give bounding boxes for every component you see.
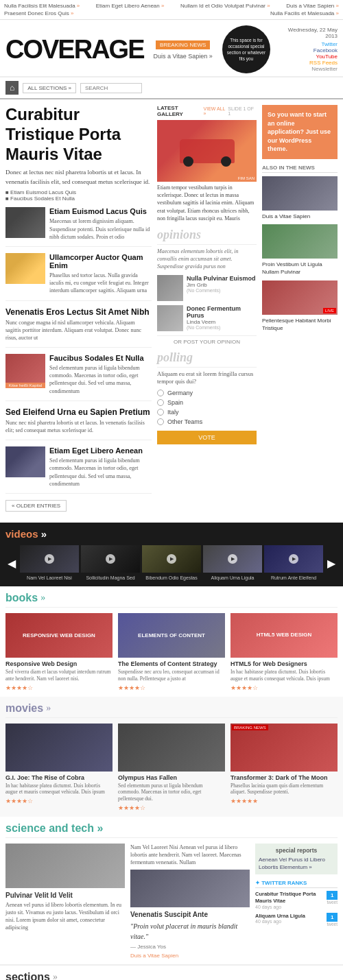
book-stars: ★★★★☆ (118, 684, 225, 691)
opinion-name[interactable]: Donec Fermentum Purus (187, 305, 257, 319)
header-right: Wednesday, 22 May 2013 Twitter Facebook … (274, 27, 338, 72)
poll-option[interactable]: Other Teams (157, 418, 257, 425)
article-content: Etiam Euismod Lacus Quis Maecenas ut lor… (49, 207, 152, 241)
intro-meta: ■ Etiam Euismod Lacus Quis ■ Faucibus So… (5, 189, 152, 202)
article-title[interactable]: Faucibus Sodales Et Nulla (49, 354, 152, 362)
breaking-link[interactable]: Duis a Vitae Sapien » (153, 53, 212, 60)
science-center-subtitle[interactable]: Venenatis Suscipit Ante (130, 911, 250, 918)
opinion-quote: Maecenas elementum lobortis elit, in con… (157, 248, 257, 271)
article-title[interactable]: Etiam Euismod Lacus Quis (49, 207, 152, 215)
article-title[interactable]: Ullamcorper Auctor Quam Enim (49, 253, 152, 270)
movie-desc: Phasellus lacinia quam quis diam element… (230, 782, 338, 796)
poll-option[interactable]: Italy (157, 409, 257, 416)
header-center: BREAKING NEWS Duis a Vitae Sapien » (153, 40, 212, 60)
youtube-link[interactable]: YouTube (274, 53, 338, 60)
gallery-slide: SLIDE 1 OF 1 (228, 106, 257, 116)
poll-option[interactable]: Spain (157, 399, 257, 406)
topnav-item-4[interactable]: Duis a Vitae Sapien » (286, 3, 339, 9)
science-article-text: Aenean vel purus id libero lobortis elem… (5, 901, 125, 932)
article-thumb (5, 446, 45, 477)
science-quote-attr: — Jessica Yos (130, 944, 250, 950)
movie-title[interactable]: Transformer 3: Dark of The Moon (230, 774, 338, 781)
article-item: Ullamcorper Auctor Quam Enim Phasellus s… (5, 253, 152, 301)
opinion-author: Jim Grib (187, 282, 256, 288)
duis-link[interactable]: Duis a Vitae Sapien (130, 953, 250, 959)
search-input[interactable] (80, 83, 142, 93)
main-intro: Donec at lectus nec nisl pharetra lobort… (5, 168, 152, 187)
gallery-label: LATEST GALLERY (157, 105, 204, 117)
topnav-item-3[interactable]: Nullam Id et Odio Volutpat Pulvinar » (180, 3, 270, 9)
poll-option[interactable]: Germany (157, 390, 257, 396)
article-text: Nunc congue magna id nisl ullamcorper ve… (5, 319, 152, 342)
science-section: science and tech » Pulvinar Velit Id Vel… (0, 817, 343, 965)
movie-title[interactable]: G.I. Joe: The Rise of Cobra (5, 774, 113, 781)
video-title: Nam Vel Laoreet Nisi (20, 575, 79, 581)
topnav-item-2[interactable]: Etiam Eget Libero Aenean » (96, 3, 165, 9)
videos-prev-button[interactable]: ◀ (5, 557, 18, 570)
video-thumb[interactable]: ▶ (20, 545, 79, 573)
science-center-article: Nam Vel Laoreet Nisi Aenean vel purus id… (130, 844, 250, 959)
topnav-item-1[interactable]: Nulla Facilisis Elit Malesuada » (4, 3, 80, 9)
rss-link[interactable]: RSS Feeds (274, 60, 338, 66)
sidebar-right: So you want to start an online applicati… (262, 105, 338, 517)
movies-arrow: » (46, 703, 51, 714)
gallery-view-all[interactable]: VIEW ALL » (204, 106, 228, 116)
twitter-link[interactable]: Twitter (274, 41, 338, 47)
video-thumb[interactable]: ▶ (264, 545, 323, 573)
header-date: Wednesday, 22 May 2013 (274, 27, 338, 39)
video-item: ▶ Sollicitudin Magna Sed (81, 545, 140, 581)
video-thumb[interactable]: ▶ (81, 545, 140, 573)
gallery-description: Etiam tempor vestibulum turpis in sceler… (157, 184, 257, 222)
opinion-item: Donec Fermentum Purus Linda Veem (No Com… (157, 305, 257, 331)
opinion-author: Linda Veem (187, 319, 257, 325)
orange-promo-box[interactable]: So you want to start an online applicati… (262, 105, 338, 159)
article-item: Venenatis Eros Lectus Sit Amet Nibh Nunc… (5, 307, 152, 348)
book-desc: Sed viverra diam et lacus volutpat inter… (5, 669, 113, 682)
facebook-link[interactable]: Facebook (274, 47, 338, 53)
video-thumb[interactable]: ▶ (142, 545, 201, 573)
opinions-title: opinions (157, 228, 257, 245)
post-opinion-link[interactable]: OR POST YOUR OPINION (157, 335, 257, 345)
newsletter-link[interactable]: Newsletter (274, 66, 338, 72)
book-desc: In hac habitasse platea dictumst. Duis l… (230, 669, 338, 682)
special-reports-link[interactable]: Aenean Vel Purus id Libero Lobortis Elem… (259, 856, 334, 871)
sidebar-news-text[interactable]: Duis a Vitae Sapien (262, 213, 338, 220)
science-article-title[interactable]: Pulvinar Velit Id Velit (5, 892, 125, 899)
book-title[interactable]: HTML5 for Web Designers (230, 660, 338, 667)
topnav-item-6[interactable]: Nulla Facilis et Malesuada » (270, 10, 339, 16)
article-content: Ullamcorper Auctor Quam Enim Phasellus s… (49, 253, 152, 295)
books-section: books » RESPONSIVE WEB DESIGN Responsive… (0, 586, 343, 697)
movie-title[interactable]: Olympus Has Fallen (118, 774, 225, 781)
article-title[interactable]: Etiam Eget Libero Aenean (49, 446, 152, 455)
opinion-name[interactable]: Nulla Pulvinar Euismod (187, 275, 256, 282)
sidebar-news-item: Proin Vestibum Ut Ligula Nullam Pulvinar (262, 224, 338, 276)
sidebar-news-text[interactable]: Proin Vestibum Ut Ligula Nullam Pulvinar (262, 261, 338, 276)
book-title[interactable]: Responsive Web Design (5, 660, 113, 667)
opinion-item: Nulla Pulvinar Euismod Jim Grib (No Comm… (157, 275, 257, 301)
content-left: Curabitur Tristique Porta Mauris Vitae D… (5, 105, 152, 517)
movie-item: G.I. Joe: The Rise of Cobra In hac habit… (5, 724, 113, 811)
video-thumb[interactable]: ▶ (203, 545, 262, 573)
videos-next-button[interactable]: ▶ (325, 557, 338, 570)
all-sections-button[interactable]: ALL SECTIONS » (23, 83, 76, 93)
older-entries-button[interactable]: « OLDER ENTRIES (5, 500, 67, 512)
video-title: Bibendum Odio Egestas (142, 575, 201, 581)
opinion-meta: (No Comments) (187, 325, 257, 330)
breaking-news-badge: BREAKING NEWS (156, 40, 211, 49)
vote-button[interactable]: VOTE (157, 431, 257, 444)
article-item: Etiam Eget Libero Aenean Sed elementum p… (5, 446, 152, 494)
sidebar-news-text[interactable]: Pellentesque Habitant Morbi Tristique (262, 317, 338, 332)
content-center: LATEST GALLERY VIEW ALL » SLIDE 1 OF 1 F… (157, 105, 257, 517)
topnav-item-5[interactable]: Praesent Donec Eros Quis » (4, 10, 73, 16)
article-title[interactable]: Venenatis Eros Lectus Sit Amet Nibh (5, 307, 152, 317)
article-content: Faucibus Sodales Et Nulla Sed elementum … (49, 354, 152, 395)
book-title[interactable]: The Elements of Content Strategy (118, 660, 225, 667)
twitter-ranks: ✦ TWITTER RANKS Curabitur Tristique Port… (255, 880, 338, 927)
home-button[interactable]: ⌂ (5, 81, 19, 95)
movie-desc: Sed elementum purus ut ligula bibendum c… (118, 782, 225, 802)
book-item: HTML5 WEB DESIGN HTML5 for Web Designers… (230, 613, 338, 691)
opinion-avatar (157, 305, 183, 331)
book-stars: ★★★★☆ (5, 684, 113, 691)
article-title[interactable]: Sed Eleifend Urna eu Sapien Pretium (5, 407, 152, 417)
science-title: science and tech (5, 822, 94, 834)
